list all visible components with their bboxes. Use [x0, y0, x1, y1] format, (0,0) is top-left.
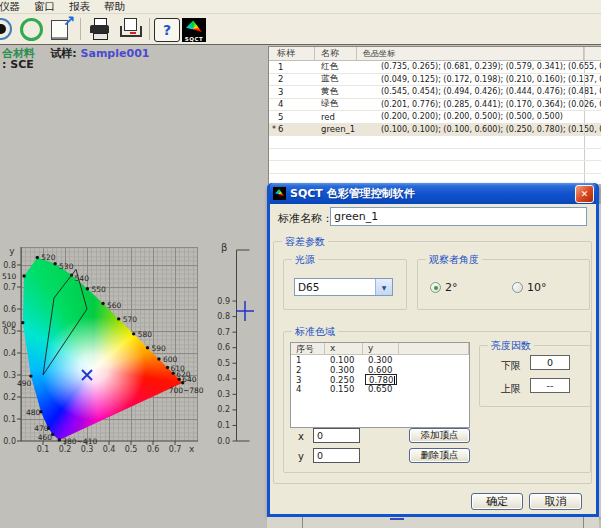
observer-angle-group-label: 观察者角度 — [426, 253, 482, 267]
add-vertex-button[interactable]: 添加顶点 — [409, 428, 470, 443]
column-header[interactable]: 标样 — [269, 47, 315, 60]
dialog-title: SQCT 色彩管理控制软件 — [290, 186, 415, 201]
table-cell: 2 — [269, 74, 315, 84]
column-header[interactable]: 名称 — [315, 47, 357, 60]
x-tick-label: 0.2 — [59, 445, 72, 454]
chromaticity-logo-shape — [186, 21, 202, 34]
vertex-row[interactable]: 30.2500.780 — [291, 375, 469, 385]
table-cell: 5 — [269, 112, 315, 122]
vertex-cell: 4 — [291, 384, 325, 394]
upper-limit-input[interactable]: -- — [530, 378, 570, 393]
table-cell: 绿色 — [315, 98, 357, 110]
beta-tick-label: 0.8 — [217, 312, 230, 321]
y-tick-label: 0.2 — [3, 393, 16, 402]
lower-limit-input[interactable]: 0 — [530, 355, 570, 370]
beta-tick-label: 0.4 — [217, 374, 230, 383]
observer-angle-group: 观察者角度 2°10° — [417, 259, 590, 310]
light-source-select[interactable]: D65 ▼ — [294, 278, 393, 296]
background-table-fragment — [267, 517, 599, 528]
tolerance-group: 容差参数 光源 D65 ▼ 观察者角度 2°10° 标准色域 序号xy 10.1… — [273, 241, 592, 484]
table-cell: red — [315, 112, 357, 122]
chevron-down-icon[interactable]: ▼ — [375, 279, 392, 295]
light-source-group: 光源 D65 ▼ — [283, 259, 407, 310]
standard-edit-dialog: SQCT 色彩管理控制软件 ✕ 标准名称： green_1 容差参数 光源 D6… — [267, 183, 599, 517]
table-cell: 红色 — [315, 61, 357, 73]
vertex-table[interactable]: 序号xy 10.1000.30020.3000.60030.2500.78040… — [290, 342, 470, 428]
radio-label: 2° — [445, 281, 458, 294]
sample-label: 试样: — [50, 47, 80, 60]
ok-button[interactable]: 确定 — [471, 493, 523, 510]
y-tick-label: 0.5 — [3, 327, 16, 336]
vertex-x-input[interactable]: 0 — [313, 428, 360, 443]
vertex-y-input[interactable]: 0 — [313, 448, 360, 463]
table-cell: (0.200, 0.200); (0.200, 0.500); (0.500, … — [357, 112, 584, 121]
menu-item-1[interactable]: 窗口 — [27, 0, 62, 14]
observer-radio-10deg[interactable]: 10° — [512, 281, 547, 294]
wavelength-label: 510 — [2, 272, 17, 281]
radio-circle-icon[interactable] — [430, 282, 441, 293]
lower-limit-label: 下限 — [501, 359, 521, 373]
vertex-column-header: 序号 — [291, 343, 325, 354]
vertex-row[interactable]: 10.1000.300 — [291, 355, 469, 365]
standards-table: 标样名称色品坐标 1红色(0.735, 0.265); (0.681, 0.23… — [268, 46, 601, 184]
close-icon[interactable]: ✕ — [575, 185, 594, 203]
print-preview-icon[interactable] — [117, 16, 143, 42]
beta-axis — [237, 250, 250, 441]
vertex-row[interactable]: 40.1500.650 — [291, 384, 469, 394]
y-tick-label: 0.3 — [3, 371, 16, 380]
measure-sci-icon[interactable] — [0, 16, 14, 42]
light-source-value: D65 — [295, 279, 375, 295]
vertex-column-header: x — [325, 343, 363, 354]
standards-table-header: 标样名称色品坐标 — [269, 47, 601, 61]
table-row[interactable]: 5red(0.200, 0.200); (0.200, 0.500); (0.5… — [269, 111, 601, 124]
crosshair-cursor — [236, 301, 254, 321]
beta-tick-label: 0.0 — [217, 437, 230, 446]
help-icon[interactable]: ? — [154, 18, 180, 42]
vertex-cell: 3 — [291, 375, 325, 385]
y-axis-label: y — [9, 246, 15, 256]
dialog-titlebar[interactable]: SQCT 色彩管理控制软件 ✕ — [270, 183, 596, 204]
report-export-icon[interactable] — [48, 16, 74, 42]
vertex-cell: 0.100 — [325, 355, 363, 365]
column-header[interactable]: 色品坐标 — [357, 47, 584, 60]
y-tick-label: 0.8 — [3, 261, 16, 270]
beta-tick-label: 0.5 — [217, 359, 230, 368]
table-cell: 4 — [269, 99, 315, 109]
toolbar-separator — [149, 18, 150, 40]
table-cell: 黄色 — [315, 86, 357, 98]
table-cell: (0.049, 0.125); (0.172, 0.198); (0.210, … — [357, 75, 584, 84]
gamut-group: 标准色域 序号xy 10.1000.30020.3000.60030.2500.… — [283, 331, 591, 473]
luminance-group-label: 亮度因数 — [488, 339, 534, 353]
sqct-logo-icon[interactable]: SQCT — [182, 18, 206, 42]
standard-name-label: 标准名称： — [278, 211, 333, 226]
table-row[interactable]: 3黄色(0.545, 0.454); (0.494, 0.426); (0.44… — [269, 86, 601, 99]
measure-sce-icon[interactable] — [18, 16, 44, 42]
table-row[interactable]: *6green_1(0.100, 0.100); (0.100, 0.600);… — [269, 124, 601, 137]
vertex-cell: 2 — [291, 365, 325, 375]
beta-tick-label: 0.2 — [217, 405, 230, 414]
standard-name-input[interactable]: green_1 — [330, 207, 587, 226]
observer-radio-2deg[interactable]: 2° — [430, 281, 458, 294]
upper-limit-label: 上限 — [501, 382, 521, 396]
beta-tick-label: 0.9 — [217, 297, 230, 306]
x-tick-label: 0.3 — [81, 445, 94, 454]
vertex-cell: 0.250 — [325, 375, 363, 385]
menu-item-0[interactable]: 仪器 — [0, 0, 27, 14]
table-row[interactable]: 4绿色(0.201, 0.776); (0.285, 0.441); (0.17… — [269, 99, 601, 112]
menu-bar: 仪器窗口报表帮助 — [0, 0, 601, 14]
delete-vertex-button[interactable]: 删除顶点 — [409, 448, 470, 463]
cancel-button[interactable]: 取消 — [529, 493, 582, 510]
gamut-group-label: 标准色域 — [292, 325, 338, 339]
empty-table-row — [269, 161, 601, 174]
table-row[interactable]: 2蓝色(0.049, 0.125); (0.172, 0.198); (0.21… — [269, 74, 601, 87]
table-cell: (0.735, 0.265); (0.681, 0.239); (0.579, … — [357, 62, 584, 71]
table-cell: (0.100, 0.100); (0.100, 0.600); (0.250, … — [357, 125, 584, 134]
table-row[interactable]: 1红色(0.735, 0.265); (0.681, 0.239); (0.57… — [269, 61, 601, 74]
selected-row-marker: * — [272, 125, 278, 134]
menu-item-3[interactable]: 帮助 — [97, 0, 132, 14]
radio-circle-icon[interactable] — [512, 282, 523, 293]
light-source-group-label: 光源 — [292, 253, 318, 267]
beta-tick-label: 0.3 — [217, 390, 230, 399]
print-icon[interactable] — [87, 16, 113, 42]
table-cell: green_1 — [315, 124, 357, 134]
